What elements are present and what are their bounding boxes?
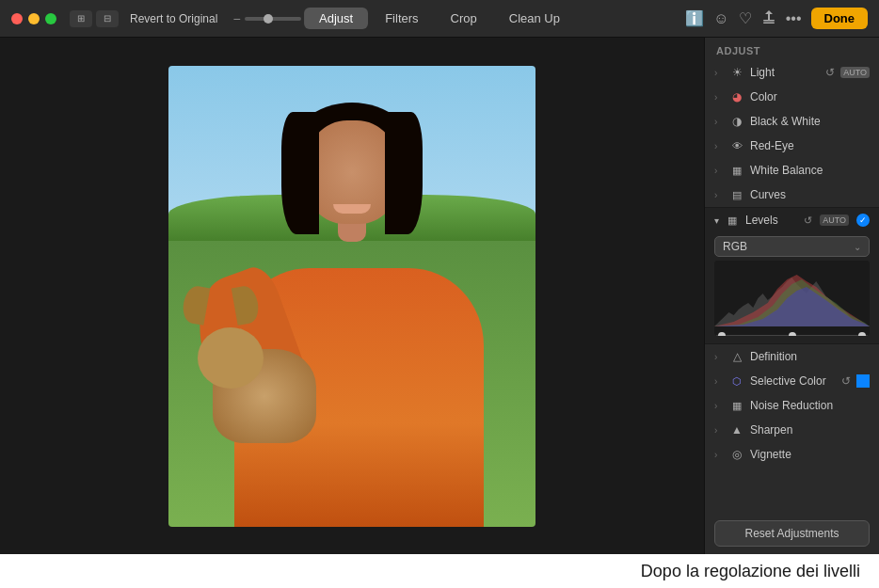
sidebar-item-levels[interactable]: ▾ ▦ Levels ↺ AUTO ✓: [705, 208, 879, 232]
color-label: Color: [750, 90, 870, 103]
light-icon: ☀: [729, 65, 744, 80]
rgb-dropdown[interactable]: RGB ⌄: [714, 236, 870, 257]
window-view-buttons: ⊞ ⊟: [70, 10, 119, 27]
chevron-down-icon: ⌄: [854, 242, 861, 252]
histogram-svg: [714, 261, 870, 326]
minimize-button[interactable]: [28, 13, 40, 24]
chevron-right-icon: ›: [714, 117, 724, 127]
chevron-right-icon: ›: [714, 450, 724, 460]
histogram-slider[interactable]: [714, 330, 870, 336]
levels-reset-icon[interactable]: ↺: [804, 215, 812, 227]
tab-adjust[interactable]: Adjust: [304, 8, 368, 29]
bottom-caption: Dopo la regolazione dei livelli: [0, 554, 879, 588]
chevron-right-icon: ›: [714, 68, 724, 78]
light-auto-badge: AUTO: [840, 67, 870, 78]
curves-label: Curves: [750, 188, 870, 201]
emoji-icon[interactable]: ☺: [713, 10, 728, 27]
rgb-value: RGB: [723, 240, 747, 253]
close-button[interactable]: [11, 13, 23, 24]
definition-icon: △: [729, 349, 744, 364]
selective-color-icon: ⬡: [729, 373, 744, 389]
wb-icon: ▦: [729, 163, 744, 178]
histogram-thumb-left[interactable]: [718, 332, 726, 336]
histogram-track: [716, 335, 868, 337]
info-icon[interactable]: ℹ️: [685, 9, 704, 27]
sidebar-item-bw[interactable]: › ◑ Black & White: [705, 109, 879, 134]
split-view-button[interactable]: ⊟: [96, 10, 119, 27]
revert-button[interactable]: Revert to Original: [130, 12, 217, 25]
zoom-out-button[interactable]: −: [232, 11, 240, 26]
zoom-control: − +: [232, 11, 312, 26]
share-icon[interactable]: [761, 9, 776, 28]
nav-tabs: Adjust Filters Crop Clean Up: [304, 8, 575, 29]
vignette-icon: ◎: [729, 447, 744, 462]
selective-color-label: Selective Color: [750, 374, 836, 388]
zoom-slider[interactable]: [245, 17, 301, 21]
photo-area: [0, 38, 704, 554]
wb-label: White Balance: [750, 164, 870, 177]
bw-label: Black & White: [750, 115, 870, 128]
levels-enabled-indicator[interactable]: ✓: [856, 214, 870, 227]
chevron-right-icon: ›: [714, 141, 724, 151]
color-icon: ◕: [729, 89, 744, 104]
svg-rect-0: [763, 20, 775, 22]
chevron-right-icon: ›: [714, 190, 724, 200]
sidebar-item-light[interactable]: › ☀ Light ↺ AUTO: [705, 60, 879, 85]
sharpen-icon: ▲: [729, 422, 744, 437]
levels-auto-badge: AUTO: [820, 215, 849, 226]
sidebar-item-sharpen[interactable]: › ▲ Sharpen: [705, 418, 879, 442]
maximize-button[interactable]: [45, 13, 56, 24]
tab-filters[interactable]: Filters: [370, 8, 433, 29]
sidebar-item-color[interactable]: › ◕ Color: [705, 85, 879, 109]
photo-container: [168, 66, 535, 527]
sidebar-item-wb[interactable]: › ▦ White Balance: [705, 158, 879, 183]
levels-icon: ▦: [725, 213, 740, 228]
more-icon[interactable]: •••: [786, 10, 802, 27]
sidebar-item-noise[interactable]: › ▦ Noise Reduction: [705, 393, 879, 418]
histogram-thumb-mid[interactable]: [789, 332, 796, 336]
sc-reset-icon[interactable]: ↺: [841, 374, 851, 388]
noise-icon: ▦: [729, 398, 744, 413]
redeye-icon: 👁: [729, 138, 744, 153]
titlebar-right: ℹ️ ☺ ♡ ••• Done: [685, 8, 868, 29]
chevron-right-icon: ›: [714, 425, 724, 436]
chevron-down-icon: ▾: [714, 215, 719, 226]
definition-label: Definition: [750, 350, 870, 363]
single-view-button[interactable]: ⊞: [70, 10, 92, 27]
tab-cleanup[interactable]: Clean Up: [494, 8, 575, 29]
sidebar-item-redeye[interactable]: › 👁 Red-Eye: [705, 134, 879, 158]
bw-icon: ◑: [729, 114, 744, 129]
histogram-chart: [714, 261, 870, 336]
levels-section: ▾ ▦ Levels ↺ AUTO ✓ RGB ⌄: [705, 207, 879, 344]
sidebar-item-curves[interactable]: › ▤ Curves: [705, 183, 879, 207]
noise-label: Noise Reduction: [750, 399, 870, 412]
histogram-thumb-right[interactable]: [858, 332, 866, 336]
light-reset-icon[interactable]: ↺: [825, 66, 835, 79]
sidebar-item-definition[interactable]: › △ Definition: [705, 344, 879, 369]
chevron-right-icon: ›: [714, 376, 724, 387]
sharpen-label: Sharpen: [750, 423, 870, 437]
sidebar-item-selective-color[interactable]: › ⬡ Selective Color ↺: [705, 369, 879, 393]
curves-icon: ▤: [729, 187, 744, 202]
levels-label: Levels: [745, 214, 798, 227]
sidebar-item-vignette[interactable]: › ◎ Vignette: [705, 442, 879, 467]
redeye-label: Red-Eye: [750, 139, 870, 152]
caption-text: Dopo la regolazione dei livelli: [641, 562, 860, 581]
traffic-lights: [11, 13, 56, 24]
zoom-thumb[interactable]: [264, 14, 273, 24]
reset-adjustments-button[interactable]: Reset Adjustments: [714, 520, 870, 547]
heart-icon[interactable]: ♡: [739, 9, 752, 27]
titlebar: ⊞ ⊟ Revert to Original − + Adjust Filter…: [0, 0, 879, 38]
vignette-label: Vignette: [750, 448, 870, 461]
sc-enabled-dot[interactable]: [856, 374, 870, 388]
main-content: ADJUST › ☀ Light ↺ AUTO › ◕ Color › ◑ Bl…: [0, 38, 879, 554]
done-button[interactable]: Done: [811, 8, 869, 29]
light-label: Light: [750, 66, 820, 79]
chevron-right-icon: ›: [714, 401, 724, 411]
tab-crop[interactable]: Crop: [436, 8, 492, 29]
adjust-header: ADJUST: [705, 38, 879, 60]
chevron-right-icon: ›: [714, 352, 724, 362]
chevron-right-icon: ›: [714, 166, 724, 176]
right-panel: ADJUST › ☀ Light ↺ AUTO › ◕ Color › ◑ Bl…: [704, 38, 879, 554]
svg-rect-1: [763, 22, 775, 24]
